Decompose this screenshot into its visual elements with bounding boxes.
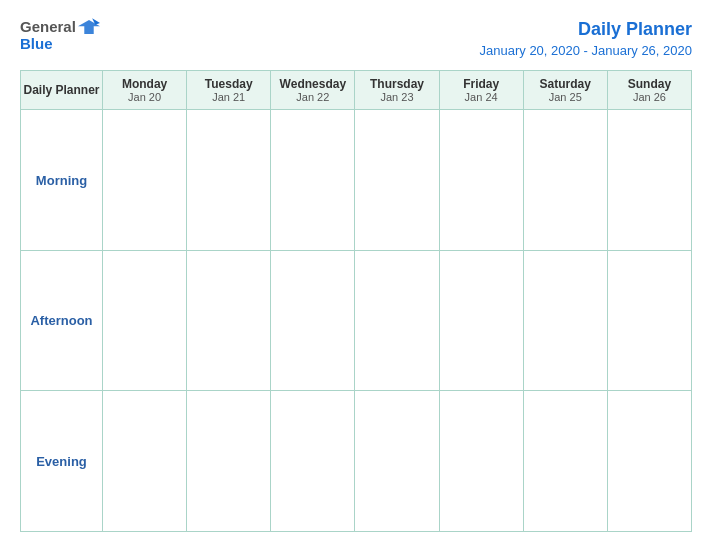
- evening-row: Evening: [21, 391, 692, 532]
- evening-tuesday[interactable]: [187, 391, 271, 532]
- afternoon-saturday[interactable]: [523, 250, 607, 391]
- evening-sunday[interactable]: [607, 391, 691, 532]
- first-col-header: Daily Planner: [21, 71, 103, 110]
- monday-date: Jan 20: [105, 91, 184, 103]
- evening-thursday[interactable]: [355, 391, 439, 532]
- afternoon-friday[interactable]: [439, 250, 523, 391]
- morning-saturday[interactable]: [523, 110, 607, 251]
- afternoon-label: Afternoon: [21, 250, 103, 391]
- evening-friday[interactable]: [439, 391, 523, 532]
- tuesday-date: Jan 21: [189, 91, 268, 103]
- page: General Blue Daily Planner January 20, 2…: [0, 0, 712, 550]
- afternoon-row: Afternoon: [21, 250, 692, 391]
- evening-wednesday[interactable]: [271, 391, 355, 532]
- col-wednesday: Wednesday Jan 22: [271, 71, 355, 110]
- logo-bird-icon: [78, 18, 100, 36]
- evening-monday[interactable]: [103, 391, 187, 532]
- friday-date: Jan 24: [442, 91, 521, 103]
- col-sunday: Sunday Jan 26: [607, 71, 691, 110]
- morning-row: Morning: [21, 110, 692, 251]
- afternoon-monday[interactable]: [103, 250, 187, 391]
- col-tuesday: Tuesday Jan 21: [187, 71, 271, 110]
- evening-saturday[interactable]: [523, 391, 607, 532]
- sunday-date: Jan 26: [610, 91, 689, 103]
- morning-label: Morning: [21, 110, 103, 251]
- afternoon-sunday[interactable]: [607, 250, 691, 391]
- calendar-table: Daily Planner Monday Jan 20 Tuesday Jan …: [20, 70, 692, 532]
- tuesday-name: Tuesday: [189, 77, 268, 91]
- afternoon-tuesday[interactable]: [187, 250, 271, 391]
- title-block: Daily Planner January 20, 2020 - January…: [480, 18, 692, 60]
- header-row: Daily Planner Monday Jan 20 Tuesday Jan …: [21, 71, 692, 110]
- planner-title: Daily Planner: [578, 19, 692, 39]
- morning-sunday[interactable]: [607, 110, 691, 251]
- morning-wednesday[interactable]: [271, 110, 355, 251]
- friday-name: Friday: [442, 77, 521, 91]
- morning-friday[interactable]: [439, 110, 523, 251]
- col-saturday: Saturday Jan 25: [523, 71, 607, 110]
- morning-monday[interactable]: [103, 110, 187, 251]
- morning-tuesday[interactable]: [187, 110, 271, 251]
- saturday-name: Saturday: [526, 77, 605, 91]
- header: General Blue Daily Planner January 20, 2…: [20, 18, 692, 60]
- thursday-name: Thursday: [357, 77, 436, 91]
- saturday-date: Jan 25: [526, 91, 605, 103]
- col-monday: Monday Jan 20: [103, 71, 187, 110]
- afternoon-wednesday[interactable]: [271, 250, 355, 391]
- daily-planner-col-label: Daily Planner: [23, 83, 100, 97]
- afternoon-thursday[interactable]: [355, 250, 439, 391]
- col-friday: Friday Jan 24: [439, 71, 523, 110]
- logo: General Blue: [20, 18, 100, 53]
- wednesday-date: Jan 22: [273, 91, 352, 103]
- date-range: January 20, 2020 - January 26, 2020: [480, 43, 692, 58]
- logo-general-text: General: [20, 19, 76, 36]
- wednesday-name: Wednesday: [273, 77, 352, 91]
- col-thursday: Thursday Jan 23: [355, 71, 439, 110]
- monday-name: Monday: [105, 77, 184, 91]
- thursday-date: Jan 23: [357, 91, 436, 103]
- logo-blue-text: Blue: [20, 36, 53, 53]
- morning-thursday[interactable]: [355, 110, 439, 251]
- sunday-name: Sunday: [610, 77, 689, 91]
- evening-label: Evening: [21, 391, 103, 532]
